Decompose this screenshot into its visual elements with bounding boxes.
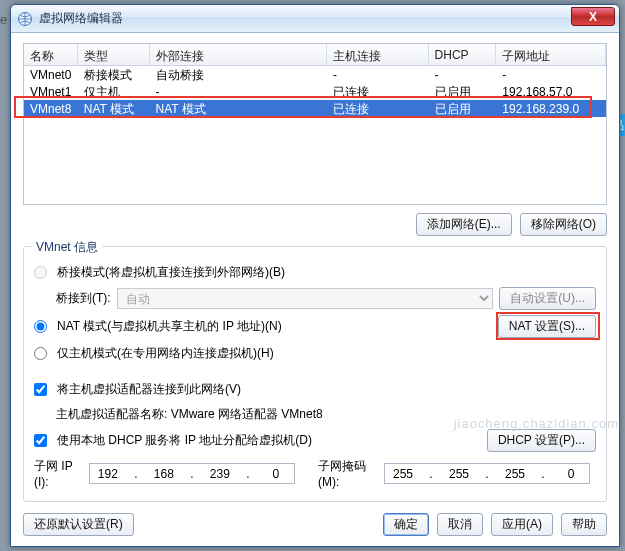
- ip-octet[interactable]: 192: [94, 467, 122, 481]
- remove-network-button[interactable]: 移除网络(O): [520, 213, 607, 236]
- network-table[interactable]: 名称 类型 外部连接 主机连接 DHCP 子网地址 VMnet0 桥接模式 自动…: [23, 43, 607, 205]
- connect-host-checkbox[interactable]: [34, 383, 47, 396]
- table-row[interactable]: VMnet0 桥接模式 自动桥接 - - -: [24, 66, 606, 83]
- dialog-buttons: 还原默认设置(R) 确定 取消 应用(A) 帮助: [23, 513, 607, 536]
- adapter-name-text: 主机虚拟适配器名称: VMware 网络适配器 VMnet8: [56, 406, 323, 423]
- connect-host-row: 将主机虚拟适配器连接到此网络(V): [34, 379, 596, 399]
- cell: -: [429, 67, 497, 82]
- subnet-row: 子网 IP (I): 192. 168. 239. 0 子网掩码(M): 255…: [34, 458, 596, 489]
- vmnet-info-group: VMnet 信息 桥接模式(将虚拟机直接连接到外部网络)(B) 桥接到(T): …: [23, 246, 607, 502]
- cell: 已连接: [327, 83, 429, 101]
- subnet-mask-input[interactable]: 255. 255. 255. 0: [384, 463, 590, 484]
- connect-host-label: 将主机虚拟适配器连接到此网络(V): [57, 381, 241, 398]
- bridge-to-select[interactable]: 自动: [117, 288, 494, 309]
- cell: 已启用: [429, 83, 497, 101]
- cell: 仅主机: [78, 83, 150, 101]
- help-button[interactable]: 帮助: [561, 513, 607, 536]
- hostonly-label: 仅主机模式(在专用网络内连接虚拟机)(H): [57, 345, 274, 362]
- cell: VMnet0: [24, 67, 78, 82]
- add-network-button[interactable]: 添加网络(E)...: [416, 213, 512, 236]
- ip-octet[interactable]: 255: [389, 467, 417, 481]
- nat-radio[interactable]: [34, 320, 47, 333]
- adapter-name-row: 主机虚拟适配器名称: VMware 网络适配器 VMnet8: [56, 404, 596, 424]
- cell: 桥接模式: [78, 66, 150, 84]
- use-dhcp-checkbox[interactable]: [34, 434, 47, 447]
- ip-octet[interactable]: 255: [501, 467, 529, 481]
- ok-button[interactable]: 确定: [383, 513, 429, 536]
- cell: 已连接: [327, 100, 429, 118]
- group-legend: VMnet 信息: [32, 239, 102, 256]
- ip-octet[interactable]: 255: [445, 467, 473, 481]
- close-button[interactable]: X: [571, 7, 615, 26]
- bridge-mode-row: 桥接模式(将虚拟机直接连接到外部网络)(B): [34, 262, 596, 282]
- auto-settings-button[interactable]: 自动设置(U)...: [499, 287, 596, 310]
- bridge-to-label: 桥接到(T):: [56, 290, 111, 307]
- cancel-button[interactable]: 取消: [437, 513, 483, 536]
- table-buttons: 添加网络(E)... 移除网络(O): [23, 213, 607, 236]
- col-ext[interactable]: 外部连接: [150, 44, 327, 65]
- cell: NAT 模式: [150, 100, 327, 118]
- cell: VMnet1: [24, 84, 78, 99]
- restore-defaults-button[interactable]: 还原默认设置(R): [23, 513, 134, 536]
- client-area: 名称 类型 外部连接 主机连接 DHCP 子网地址 VMnet0 桥接模式 自动…: [11, 33, 619, 512]
- subnet-ip-input[interactable]: 192. 168. 239. 0: [89, 463, 295, 484]
- table-body: VMnet0 桥接模式 自动桥接 - - - VMnet1 仅主机 - 已连接 …: [24, 66, 606, 117]
- use-dhcp-row: 使用本地 DHCP 服务将 IP 地址分配给虚拟机(D) DHCP 设置(P).…: [34, 429, 596, 452]
- cell: 192.168.239.0: [496, 101, 606, 116]
- cell: NAT 模式: [78, 100, 150, 118]
- bridge-radio[interactable]: [34, 266, 47, 279]
- table-row[interactable]: VMnet1 仅主机 - 已连接 已启用 192.168.57.0: [24, 83, 606, 100]
- app-icon: [17, 11, 33, 27]
- window-title: 虚拟网络编辑器: [39, 10, 123, 27]
- bridge-label: 桥接模式(将虚拟机直接连接到外部网络)(B): [57, 264, 285, 281]
- col-subnet[interactable]: 子网地址: [496, 44, 606, 65]
- dhcp-settings-button[interactable]: DHCP 设置(P)...: [487, 429, 596, 452]
- cell: VMnet8: [24, 101, 78, 116]
- use-dhcp-label: 使用本地 DHCP 服务将 IP 地址分配给虚拟机(D): [57, 432, 312, 449]
- titlebar[interactable]: 虚拟网络编辑器 X: [11, 5, 619, 33]
- cell: -: [327, 67, 429, 82]
- cell: -: [496, 67, 606, 82]
- col-host[interactable]: 主机连接: [327, 44, 429, 65]
- hostonly-radio[interactable]: [34, 347, 47, 360]
- apply-button[interactable]: 应用(A): [491, 513, 553, 536]
- ip-octet[interactable]: 0: [557, 467, 585, 481]
- hostonly-mode-row: 仅主机模式(在专用网络内连接虚拟机)(H): [34, 343, 596, 363]
- subnet-mask-label: 子网掩码(M):: [318, 458, 378, 489]
- nat-settings-button[interactable]: NAT 设置(S)...: [498, 315, 596, 338]
- ip-octet[interactable]: 168: [150, 467, 178, 481]
- nat-label: NAT 模式(与虚拟机共享主机的 IP 地址)(N): [57, 318, 282, 335]
- ip-octet[interactable]: 239: [206, 467, 234, 481]
- dialog-window: 虚拟网络编辑器 X 名称 类型 外部连接 主机连接 DHCP 子网地址 VMne…: [10, 4, 620, 547]
- bridge-to-row: 桥接到(T): 自动 自动设置(U)...: [56, 287, 596, 310]
- table-header: 名称 类型 外部连接 主机连接 DHCP 子网地址: [24, 44, 606, 66]
- cell: 192.168.57.0: [496, 84, 606, 99]
- cell: 已启用: [429, 100, 497, 118]
- ip-octet[interactable]: 0: [262, 467, 290, 481]
- col-name[interactable]: 名称: [24, 44, 78, 65]
- cell: -: [150, 84, 327, 99]
- nat-mode-row: NAT 模式(与虚拟机共享主机的 IP 地址)(N) NAT 设置(S)...: [34, 315, 596, 338]
- col-dhcp[interactable]: DHCP: [429, 44, 497, 65]
- col-type[interactable]: 类型: [78, 44, 150, 65]
- table-row-selected[interactable]: VMnet8 NAT 模式 NAT 模式 已连接 已启用 192.168.239…: [24, 100, 606, 117]
- background-letter: e: [0, 12, 7, 27]
- cell: 自动桥接: [150, 66, 327, 84]
- subnet-ip-label: 子网 IP (I):: [34, 458, 83, 489]
